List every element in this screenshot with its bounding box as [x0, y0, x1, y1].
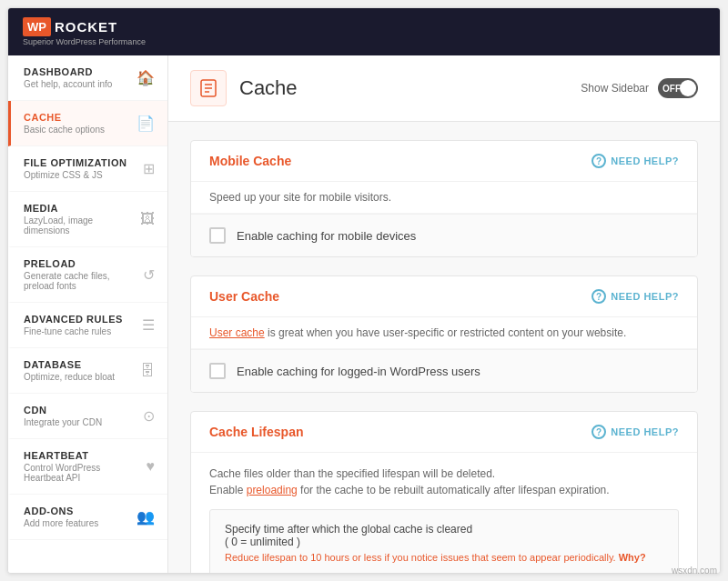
toggle-knob [680, 80, 696, 96]
lifespan-desc: Cache files older than the specified lif… [209, 466, 679, 498]
user-cache-help[interactable]: ? NEED HELP? [592, 289, 679, 304]
mobile-cache-title: Mobile Cache [209, 154, 291, 168]
sidebar-item-dashboard[interactable]: DASHBOARD Get help, account info 🏠 [8, 55, 167, 101]
page-title: Cache [239, 76, 298, 100]
user-cache-title: User Cache [209, 289, 279, 304]
content-body: Mobile Cache ? NEED HELP? Speed up your … [168, 122, 720, 573]
sidebar-item-subtitle-database: Optimize, reduce bloat [24, 372, 133, 382]
sidebar-item-title-cdn: CDN [24, 405, 136, 416]
user-cache-checkbox[interactable] [209, 363, 226, 379]
sidebar-icon-database: 🗄 [140, 363, 155, 379]
sidebar-item-subtitle-cdn: Integrate your CDN [24, 417, 136, 427]
content-area: Cache Show Sidebar OFF [168, 55, 720, 573]
lifespan-box-subtitle: ( 0 = unlimited ) [225, 536, 300, 548]
mobile-cache-section: Mobile Cache ? NEED HELP? Speed up your … [190, 140, 698, 257]
sidebar-item-subtitle-heartbeat: Control WordPress Heartbeat API [24, 463, 139, 483]
sidebar-item-title-preload: PRELOAD [24, 258, 136, 269]
sidebar-item-title-cache: CACHE [24, 112, 129, 123]
sidebar-item-cdn[interactable]: CDN Integrate your CDN ⊙ [8, 394, 167, 439]
cache-lifespan-title: Cache Lifespan [209, 425, 303, 439]
logo-tagline: Superior WordPress Performance [23, 37, 146, 46]
show-sidebar-label: Show Sidebar [581, 82, 649, 95]
user-cache-option-label: Enable caching for logged-in WordPress u… [237, 365, 480, 378]
lifespan-body: Cache files older than the specified lif… [191, 453, 697, 573]
sidebar-icon-file-optimization: ⊞ [143, 160, 155, 177]
sidebar-icon-cdn: ⊙ [143, 407, 155, 425]
user-cache-link[interactable]: User cache [209, 326, 265, 339]
sidebar-item-database[interactable]: DATABASE Optimize, reduce bloat 🗄 [8, 348, 167, 394]
sidebar-item-subtitle-add-ons: Add more features [24, 518, 129, 528]
sidebar: DASHBOARD Get help, account info 🏠 CACHE… [8, 55, 168, 573]
cache-lifespan-help[interactable]: ? NEED HELP? [592, 425, 679, 439]
lifespan-warning-text: Reduce lifespan to 10 hours or less if y… [225, 552, 619, 563]
user-help-circle-icon: ? [592, 289, 606, 304]
mobile-cache-option-label: Enable caching for mobile devices [237, 229, 416, 243]
sidebar-item-subtitle-cache: Basic cache options [24, 125, 129, 135]
page-header: Cache Show Sidebar OFF [168, 55, 720, 122]
sidebar-item-subtitle-advanced-rules: Fine-tune cache rules [24, 326, 135, 336]
sidebar-icon-preload: ↺ [143, 266, 155, 284]
user-cache-option[interactable]: Enable caching for logged-in WordPress u… [191, 349, 697, 392]
lifespan-desc-line2: Enable [209, 484, 247, 496]
preloading-link[interactable]: preloading [247, 484, 298, 496]
sidebar-item-title-file-optimization: FILE OPTIMIZATION [24, 157, 136, 168]
sidebar-icon-media: 🖼 [140, 211, 155, 227]
lifespan-warning: Reduce lifespan to 10 hours or less if y… [225, 552, 663, 563]
sidebar-item-title-heartbeat: HEARTBEAT [24, 450, 139, 461]
sidebar-item-title-add-ons: ADD-ONS [24, 506, 129, 516]
sidebar-item-title-dashboard: DASHBOARD [24, 66, 129, 77]
lifespan-box-title: Specify time after which the global cach… [225, 523, 663, 548]
sidebar-item-subtitle-file-optimization: Optimize CSS & JS [24, 170, 136, 180]
sidebar-item-cache[interactable]: CACHE Basic cache options 📄 [8, 101, 167, 146]
sidebar-item-title-advanced-rules: ADVANCED RULES [24, 314, 135, 325]
sidebar-item-title-media: MEDIA [24, 203, 133, 214]
watermark: wsxdn.com [672, 566, 717, 576]
sidebar-item-title-database: DATABASE [24, 359, 133, 370]
user-cache-help-label: NEED HELP? [611, 291, 679, 302]
user-cache-section: User Cache ? NEED HELP? User cache is gr… [190, 275, 698, 393]
sidebar-icon-advanced-rules: ☰ [142, 316, 155, 334]
sidebar-icon-dashboard: 🏠 [136, 69, 155, 86]
sidebar-item-add-ons[interactable]: ADD-ONS Add more features 👥 [8, 495, 167, 540]
sidebar-item-file-optimization[interactable]: FILE OPTIMIZATION Optimize CSS & JS ⊞ [8, 146, 167, 192]
mobile-cache-help-label: NEED HELP? [611, 155, 679, 166]
sidebar-item-subtitle-dashboard: Get help, account info [24, 79, 129, 89]
mobile-cache-checkbox[interactable] [209, 227, 226, 244]
sidebar-item-subtitle-preload: Generate cache files, preload fonts [24, 271, 136, 291]
sidebar-item-advanced-rules[interactable]: ADVANCED RULES Fine-tune cache rules ☰ [8, 303, 167, 348]
lifespan-box: Specify time after which the global cach… [209, 509, 679, 573]
user-cache-desc-suffix: is great when you have user-specific or … [265, 326, 627, 339]
sidebar-item-subtitle-media: LazyLoad, image dimensions [24, 215, 133, 235]
cache-icon [190, 70, 227, 106]
mobile-cache-desc: Speed up your site for mobile visitors. [191, 182, 697, 214]
sidebar-icon-heartbeat: ♥ [147, 458, 156, 475]
sidebar-icon-add-ons: 👥 [136, 508, 155, 526]
mobile-cache-help[interactable]: ? NEED HELP? [592, 154, 679, 168]
sidebar-item-media[interactable]: MEDIA LazyLoad, image dimensions 🖼 [8, 192, 167, 247]
sidebar-icon-cache: 📄 [136, 115, 155, 132]
lifespan-desc-line1: Cache files older than the specified lif… [209, 467, 495, 480]
lifespan-why-link[interactable]: Why? [619, 552, 646, 563]
user-cache-desc: User cache is great when you have user-s… [191, 317, 697, 349]
show-sidebar-toggle[interactable]: OFF [658, 78, 698, 98]
lifespan-help-circle-icon: ? [592, 425, 606, 439]
lifespan-desc-line3: for the cache to be rebuilt automaticall… [298, 484, 610, 496]
sidebar-item-preload[interactable]: PRELOAD Generate cache files, preload fo… [8, 247, 167, 303]
mobile-cache-option[interactable]: Enable caching for mobile devices [191, 214, 697, 256]
logo-wp: WP [23, 17, 51, 36]
toggle-off-label: OFF [662, 84, 681, 94]
logo-rocket: ROCKET [55, 19, 117, 35]
cache-lifespan-section: Cache Lifespan ? NEED HELP? Cache files … [190, 411, 698, 573]
help-circle-icon: ? [592, 154, 606, 168]
sidebar-item-heartbeat[interactable]: HEARTBEAT Control WordPress Heartbeat AP… [8, 439, 167, 495]
cache-lifespan-help-label: NEED HELP? [611, 426, 679, 437]
